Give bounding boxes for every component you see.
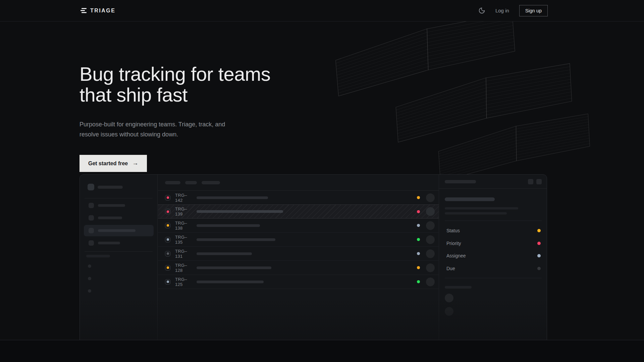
field-label: Priority <box>446 241 461 246</box>
login-link[interactable]: Log in <box>495 8 509 13</box>
nav-icon <box>89 228 94 233</box>
issue-row: TRG–138 <box>158 219 439 233</box>
hero-subtitle: Purpose-built for engineering teams. Tri… <box>79 119 225 139</box>
issue-title-placeholder <box>197 196 268 199</box>
panel-divider <box>445 278 542 278</box>
app-mockup: TRG–142TRG–139TRG–138TRG–135TRG–131TRG–1… <box>79 174 547 340</box>
toolbar-pill <box>165 181 180 184</box>
issue-id: TRG–125 <box>175 277 192 287</box>
issue-row: TRG–135 <box>158 233 439 247</box>
sidebar-nav-item-active <box>84 225 154 236</box>
cta-label: Get started free <box>88 161 128 167</box>
issue-id: TRG–128 <box>175 263 192 273</box>
brand[interactable]: TRIAGE <box>80 8 115 14</box>
issue-title-placeholder <box>197 238 275 241</box>
status-dot <box>417 266 420 269</box>
toolbar-pill <box>185 181 197 184</box>
hero-section: Bug tracking for teams that ship fast Pu… <box>0 21 644 340</box>
theme-toggle-button[interactable] <box>478 7 485 14</box>
field-value-dot <box>537 267 541 270</box>
assignee-avatar <box>426 193 435 202</box>
signup-button[interactable]: Sign up <box>519 5 548 16</box>
panel-button-placeholder <box>536 179 542 184</box>
assignee-avatar <box>426 263 435 272</box>
status-dot <box>417 280 420 283</box>
issue-type-icon <box>165 237 170 242</box>
sidebar-dot <box>88 277 91 280</box>
issue-row: TRG–125 <box>158 275 439 289</box>
toolbar-pill <box>202 181 220 184</box>
workspace-row <box>88 184 123 190</box>
brand-name: TRIAGE <box>90 8 115 14</box>
issue-type-icon <box>165 279 170 285</box>
issue-title-placeholder <box>197 266 271 269</box>
field-value-dot <box>537 242 541 245</box>
sidebar-dot <box>88 289 91 293</box>
assignee-avatar <box>426 249 435 258</box>
field-label: Assignee <box>446 253 466 258</box>
sidebar-nav-item <box>84 237 154 249</box>
issue-row: TRG–131 <box>158 247 439 261</box>
status-dot <box>417 252 420 255</box>
panel-button-placeholder <box>528 179 533 184</box>
field-value-dot <box>537 254 541 257</box>
description-placeholder <box>445 207 518 209</box>
mockup-issue-list: TRG–142TRG–139TRG–138TRG–135TRG–131TRG–1… <box>158 175 439 340</box>
mockup-detail-panel: StatusPriorityAssigneeDue <box>439 175 547 340</box>
detail-field-status: Status <box>439 224 547 237</box>
issue-row: TRG–128 <box>158 261 439 275</box>
issue-rows: TRG–142TRG–139TRG–138TRG–135TRG–131TRG–1… <box>158 191 439 289</box>
site-header: TRIAGE Log in Sign up <box>0 0 644 21</box>
issue-type-icon <box>165 209 170 214</box>
sidebar-divider <box>85 198 153 198</box>
header-nav: Log in Sign up <box>478 5 548 16</box>
arrow-right-icon: → <box>132 160 138 167</box>
issue-id: TRG–139 <box>175 206 192 217</box>
issue-id: TRG–131 <box>175 249 192 259</box>
assignee-avatar <box>426 207 435 216</box>
list-toolbar <box>158 175 439 191</box>
nav-icon <box>89 240 94 246</box>
field-label: Status <box>446 228 460 233</box>
workspace-icon <box>88 184 94 190</box>
comment-avatar-placeholder <box>445 294 453 302</box>
issue-id: TRG–138 <box>175 221 192 231</box>
field-label: Due <box>446 266 455 271</box>
panel-divider <box>445 221 542 221</box>
moon-icon <box>478 7 485 14</box>
description-placeholder <box>445 212 507 215</box>
assignee-avatar <box>426 278 435 286</box>
panel-header <box>439 175 547 189</box>
sidebar-dot <box>88 264 91 268</box>
status-dot <box>417 238 420 241</box>
issue-id: TRG–142 <box>175 193 192 203</box>
assignee-avatar <box>426 221 435 230</box>
comment-avatar-placeholder <box>445 307 453 316</box>
mockup-sidebar <box>80 175 158 340</box>
status-dot <box>417 210 420 213</box>
status-dot <box>417 196 420 199</box>
logo-bars-icon <box>80 8 87 13</box>
site-footer <box>0 340 644 362</box>
issue-title-placeholder <box>197 252 252 255</box>
issue-type-icon <box>165 195 170 200</box>
issue-title-placeholder <box>197 224 260 227</box>
detail-field-assignee: Assignee <box>439 249 547 262</box>
sidebar-nav-item <box>84 200 154 211</box>
sidebar-nav-item <box>84 212 154 224</box>
issue-type-icon <box>165 223 170 228</box>
issue-title-placeholder <box>445 197 495 201</box>
issue-title-placeholder <box>197 281 264 283</box>
title-line-2: that ship fast <box>79 84 187 106</box>
panel-title-placeholder <box>445 180 476 183</box>
get-started-button[interactable]: Get started free → <box>79 155 147 172</box>
wireframe-sheet <box>393 52 575 154</box>
page-title: Bug tracking for teams that ship fast <box>79 64 270 105</box>
field-value-dot <box>537 229 541 232</box>
issue-id: TRG–135 <box>175 235 192 245</box>
issue-row: TRG–139 <box>158 204 439 219</box>
section-label-placeholder <box>86 255 110 257</box>
subtitle-line-2: resolve issues without slowing down. <box>79 131 178 138</box>
status-dot <box>417 224 420 227</box>
assignee-avatar <box>426 235 435 244</box>
